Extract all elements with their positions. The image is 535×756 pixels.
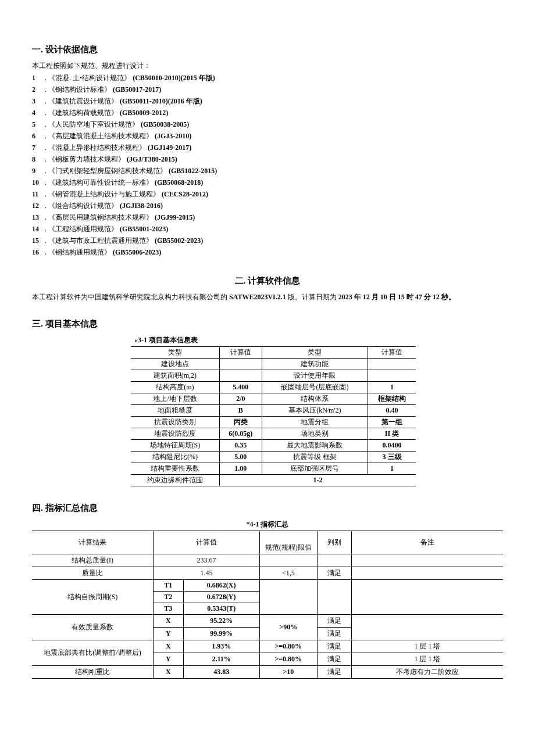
- t41-seis-label: 地震底部典有比(调整前/调整后): [32, 640, 154, 666]
- sec2-software: SATWE2023VI.2.1: [229, 293, 286, 301]
- t31-cell: 建筑面积(m,2): [131, 370, 219, 382]
- t41-T1: T1: [154, 580, 184, 592]
- t31-cell: 计算值: [368, 347, 416, 359]
- t31-cell: 1: [368, 463, 416, 475]
- t41-em-xj: 满足: [317, 615, 351, 628]
- t31-cell: 第一组: [368, 417, 416, 428]
- t41-T3: T3: [154, 603, 184, 615]
- t31-cell: II 类: [368, 428, 416, 440]
- table41: 计算结果 计算值 判别 备注 规范(规程)限值 结构总质量(I) 233.67 …: [32, 531, 503, 679]
- t31-cell: B: [219, 405, 262, 417]
- t31-cell: 0.0400: [368, 440, 416, 452]
- t31-cell: 建筑功能: [262, 359, 368, 370]
- table31-title: «3-1 项目基本信息表: [131, 335, 503, 345]
- t31-cell: 地震分组: [262, 417, 368, 428]
- t41-em-yv: 99.99%: [183, 628, 259, 640]
- t41-h-value: 计算值: [154, 531, 260, 554]
- t41-em-x: X: [154, 615, 184, 628]
- t31-cell: 0.35: [219, 440, 262, 452]
- t31-cell: 抗震等级 框架: [262, 452, 368, 463]
- t41-T1v: 0.6862(X): [183, 580, 259, 592]
- t31-cell: 场地类别: [262, 428, 368, 440]
- t31-cell: 设计使用年限: [262, 370, 368, 382]
- t31-cell: 结构阻尼比(%): [131, 452, 219, 463]
- t41-stiff-n: 不考虑有力二阶效应: [351, 666, 503, 679]
- spec-item: 9. 《门式刚架轻型房屋钢结构技术规范》 (GB51022-2015): [32, 166, 503, 176]
- t41-seis-yn: 1 层 1 塔: [351, 653, 503, 666]
- spec-item: 6. 《高层建筑混凝土结构技术规程》 (JGJ3-2010): [32, 131, 503, 141]
- t41-stiff-j: 满足: [317, 666, 351, 679]
- t41-mass-val: 233.67: [154, 554, 260, 567]
- t31-cell: 丙类: [219, 417, 262, 428]
- t41-period-label: 结构自振周期(S): [32, 580, 154, 615]
- table31: 类型计算值类型计算值建设地点建筑功能建筑面积(m,2)设计使用年限结构高度(m)…: [131, 346, 416, 486]
- t31-cell: [368, 370, 416, 382]
- t41-h-judge: 判别: [317, 531, 351, 554]
- t41-seis-x: X: [154, 640, 184, 653]
- t31-cell: 建设地点: [131, 359, 219, 370]
- t31-cell: 基本风压(kN∕m'2): [262, 405, 368, 417]
- t41-seis-yj: 满足: [317, 653, 351, 666]
- t41-em-y: Y: [154, 628, 184, 640]
- t31-cell: 类型: [131, 347, 219, 359]
- section1-intro: 本工程按照如下规范、规程进行设计：: [32, 61, 503, 71]
- t31-cell: 结构高度(m): [131, 382, 219, 393]
- spec-item: 5. 《人民防空地下室设计规范》 (GB50038-2005): [32, 120, 503, 130]
- section1-title: 一. 设计依据信息: [32, 44, 503, 55]
- t31-cell: 抗震设防类别: [131, 417, 219, 428]
- spec-item: 10. 《建筑结构可靠性设计统一标准》 (GB50068-2018): [32, 178, 503, 188]
- t31-cell: 计算值: [219, 347, 262, 359]
- section2-title: 二. 计算软件信息: [32, 275, 503, 286]
- t41-seis-xv: 1.93%: [183, 640, 259, 653]
- spec-item: 13. 《高层民用建筑钢结构技术规程》 (JGJ99-2015): [32, 213, 503, 223]
- t31-cell: 约束边缘构件范围: [131, 475, 219, 486]
- t41-effmass-label: 有效质量系数: [32, 615, 154, 640]
- spec-item: 15. 《建筑与市政工程抗震通用规范》 (GB55002-2023): [32, 236, 503, 246]
- section4-title: 四. 指标汇总信息: [32, 503, 503, 514]
- t41-h-limit: 规范(规程)限值: [259, 542, 317, 554]
- t41-seis-ylim: >=0.80%: [259, 653, 317, 666]
- t41-em-xv: 95.22%: [183, 615, 259, 628]
- t31-cell: 3 三级: [368, 452, 416, 463]
- sec2-prefix: 本工程计算软件为中国建筑科学研究院北京构力科技有限公司的: [32, 293, 229, 301]
- sec2-mid: 版。计算日期为: [286, 293, 338, 301]
- spec-item: 16. 《钢结构通用规范》 (GB55006-2023): [32, 248, 503, 257]
- t41-stiff-v: 43.83: [183, 666, 259, 679]
- spec-list: 1. 《混凝. 土•结构设计规范》 (CB50010-2010)(2015 年版…: [32, 73, 503, 257]
- t41-h-result: 计算结果: [32, 531, 154, 554]
- t41-h-note: 备注: [351, 531, 503, 554]
- t41-ratio-val: 1.45: [154, 567, 260, 580]
- t41-stiff-lim: >10: [259, 666, 317, 679]
- t31-cell: 嵌固端层号(层底嵌固): [262, 382, 368, 393]
- t31-cell: 地上/地下层数: [131, 393, 219, 405]
- t31-cell: 6(0.05g): [219, 428, 262, 440]
- t41-em-yj: 满足: [317, 628, 351, 640]
- t31-cell: 0.40: [368, 405, 416, 417]
- t31-cell: 5.00: [219, 452, 262, 463]
- table41-title: *4-1 指标汇总: [32, 519, 503, 529]
- spec-item: 2. 《钢结构设计标准》 (GB50017-2017): [32, 85, 503, 95]
- t31-cell: [368, 359, 416, 370]
- spec-item: 3. 《建筑抗震设计规范》 (GB50011-2010)(2016 年版): [32, 96, 503, 106]
- t41-ratio-lim: <1,5: [259, 567, 317, 580]
- t41-stiff-label: 结构刚重比: [32, 666, 154, 679]
- t41-seis-yv: 2.11%: [183, 653, 259, 666]
- t31-cell: 1.00: [219, 463, 262, 475]
- t31-cell: 结构体系: [262, 393, 368, 405]
- t31-cell: 2/0: [219, 393, 262, 405]
- t31-cell: 类型: [262, 347, 368, 359]
- t41-ratio-label: 质量比: [32, 567, 154, 580]
- t41-seis-xlim: >=0.80%: [259, 640, 317, 653]
- spec-item: 14. 《工程结构通用规范》 (GB55001-2023): [32, 224, 503, 234]
- spec-item: 12. 《组合结构设计规范》 (JGJI38-2016): [32, 201, 503, 211]
- t31-cell: [219, 370, 262, 382]
- t41-mass-label: 结构总质量(I): [32, 554, 154, 567]
- t31-cell: [219, 359, 262, 370]
- spec-item: 7. 《混凝上异形柱结构技术规程》 (JGJ149-2017): [32, 143, 503, 153]
- t31-cell: 1: [368, 382, 416, 393]
- sec2-date: 2023 年 12 月 10 日 15 时 47 分 12 秒。: [338, 293, 455, 301]
- spec-item: 1. 《混凝. 土•结构设计规范》 (CB50010-2010)(2015 年版…: [32, 73, 503, 83]
- spec-item: 8. 《钢板剪力墙技术规程》 (JGJ/T380-2015): [32, 155, 503, 164]
- t41-T3v: 0.5343(T): [183, 603, 259, 615]
- section2-text: 本工程计算软件为中国建筑科学研究院北京构力科技有限公司的 SATWE2023VI…: [32, 292, 503, 302]
